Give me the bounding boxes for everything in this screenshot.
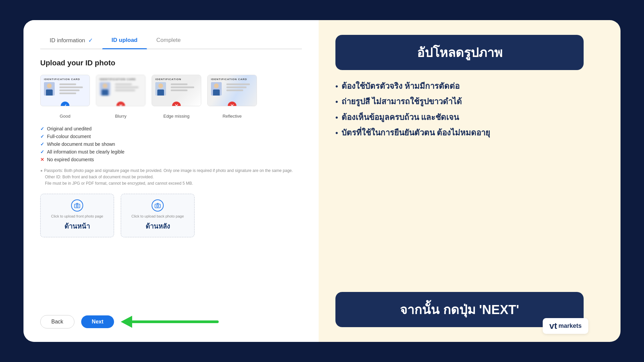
upload-front[interactable]: Click to upload front photo page ด้านหน้…	[40, 194, 114, 237]
right-bullet-2: • ถ่ายรูปสี ไม่สามารถใช้รูปขาวดำได้	[335, 96, 584, 107]
id-card-good: IDENTIFICATION CARD	[40, 75, 90, 106]
upload-front-hint: Click to upload front photo page	[51, 214, 103, 218]
svg-point-1	[76, 205, 78, 207]
bullet-dot-2: •	[335, 97, 338, 107]
right-bullets: • ต้องใช้บัตรตัวจริง ห้ามมีการตัดต่อ • ถ…	[335, 81, 584, 138]
upload-back-label: ด้านหลัง	[146, 221, 170, 232]
id-avatar-reflective	[211, 82, 222, 96]
id-example-label-edge: Edge missing	[163, 114, 190, 119]
check-icon-3: ✓	[40, 141, 44, 147]
markets-logo-text: markets	[558, 322, 582, 329]
svg-rect-0	[74, 204, 80, 208]
checklist-item-5: ✕ No expired documents	[40, 157, 302, 162]
checklist-item-3: ✓ Whole document must be shown	[40, 141, 302, 147]
id-card-blurry: IDENTIFICATION CARD	[96, 75, 146, 106]
main-card: ID information ✓ ID upload Complete Uplo…	[23, 20, 621, 342]
id-card-reflective: IDENTIFICATION CARD	[207, 75, 257, 106]
id-example-edge: IDENTIFICATION	[152, 75, 201, 119]
checklist-item-1: ✓ Original and unedited	[40, 126, 302, 131]
tab-id-upload[interactable]: ID upload	[102, 34, 147, 49]
back-button[interactable]: Back	[40, 315, 74, 328]
tab-check-icon: ✓	[88, 37, 93, 44]
id-card-edge: IDENTIFICATION	[152, 75, 201, 106]
next-button[interactable]: Next	[81, 315, 114, 328]
tab-id-information[interactable]: ID information ✓	[40, 34, 102, 49]
id-examples: IDENTIFICATION CARD	[40, 75, 302, 119]
vt-logo-text: vt	[549, 321, 557, 331]
upload-front-label: ด้านหน้า	[64, 221, 90, 232]
right-footer-title: จากนั้น กดปุ่ม 'NEXT'	[347, 299, 572, 320]
id-example-good: IDENTIFICATION CARD	[40, 75, 90, 119]
bullet-dot-1: •	[335, 81, 338, 92]
bullet-dot-3: •	[335, 113, 338, 123]
checklist: ✓ Original and unedited ✓ Full-colour do…	[40, 126, 302, 162]
vt-markets-logo: vt markets	[543, 318, 588, 334]
svg-point-3	[157, 205, 159, 207]
checklist-item-4: ✓ All information must be clearly legibl…	[40, 149, 302, 155]
check-icon-5: ✕	[40, 157, 44, 162]
id-example-reflective: IDENTIFICATION CARD	[207, 75, 257, 119]
section-title: Upload your ID photo	[40, 59, 302, 67]
right-bullet-3: • ต้องเห็นข้อมูลครบถ้วน และชัดเจน	[335, 112, 584, 123]
tabs: ID information ✓ ID upload Complete	[40, 34, 302, 49]
arrow-line	[131, 320, 219, 323]
upload-back-hint: Click to upload back photo page	[131, 214, 184, 218]
arrow-indicator	[121, 316, 219, 328]
right-bullet-4: • บัตรที่ใช้ในการยืนยันตัวตน ต้องไม่หมดอ…	[335, 127, 584, 138]
bullet-dot-4: •	[335, 128, 338, 138]
id-avatar-good	[44, 82, 55, 96]
check-icon-4: ✓	[40, 149, 44, 155]
right-panel: อัปโหลดรูปภาพ • ต้องใช้บัตรตัวจริง ห้ามม…	[319, 20, 600, 342]
right-header-box: อัปโหลดรูปภาพ	[335, 35, 584, 70]
id-avatar-edge	[155, 82, 166, 96]
upload-back[interactable]: Click to upload back photo page ด้านหลัง	[121, 194, 195, 237]
right-bullet-1: • ต้องใช้บัตรตัวจริง ห้ามมีการตัดต่อ	[335, 81, 584, 92]
id-example-label-blurry: Blurry	[115, 114, 126, 119]
id-example-label-reflective: Reflective	[222, 114, 241, 119]
camera-icon-front	[71, 199, 83, 212]
checklist-item-2: ✓ Full-colour document	[40, 134, 302, 139]
id-avatar-blurry	[100, 82, 110, 96]
arrow-head-icon	[121, 316, 132, 328]
check-icon-1: ✓	[40, 126, 44, 131]
id-example-blurry: IDENTIFICATION CARD	[96, 75, 146, 119]
upload-row: Click to upload front photo page ด้านหน้…	[40, 194, 302, 237]
id-example-label-good: Good	[60, 114, 70, 119]
svg-rect-2	[155, 204, 160, 208]
button-row: Back Next	[40, 315, 302, 328]
check-icon-2: ✓	[40, 134, 44, 139]
left-panel: ID information ✓ ID upload Complete Uplo…	[23, 20, 319, 342]
tab-complete[interactable]: Complete	[147, 34, 190, 49]
right-header-title: อัปโหลดรูปภาพ	[347, 42, 572, 63]
notes: ●Passports: Both photo page and signatur…	[40, 168, 302, 187]
camera-icon-back	[152, 199, 164, 212]
